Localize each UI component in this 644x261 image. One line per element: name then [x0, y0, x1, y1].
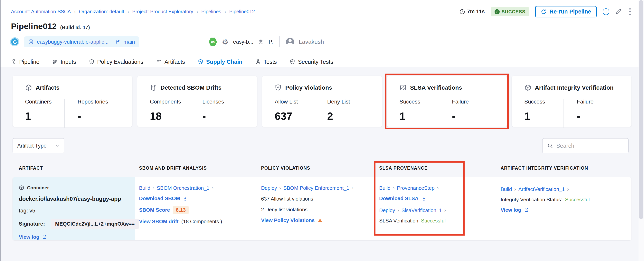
signature-label: Signature: [19, 221, 45, 227]
chevron-right-icon: › [444, 207, 446, 214]
container-cube-icon [19, 185, 24, 191]
card-slsa-verifications: SLSA Verifications Success 1 Failure - [387, 76, 507, 127]
edit-pencil-icon[interactable] [615, 8, 622, 15]
card-sbom-drifts: Detected SBOM Drifts Components 18 Licen… [137, 76, 257, 127]
card-title: Detected SBOM Drifts [160, 84, 222, 91]
breadcrumb-pipelines[interactable]: Pipelines [201, 9, 221, 14]
stat-value: 18 [150, 110, 189, 122]
stage-link[interactable]: Build [139, 185, 150, 191]
deny-list-violations: 2 Deny list violations [261, 207, 353, 213]
artifact-type-tag: Container [27, 185, 49, 191]
repository-link[interactable]: easybuggy-vulnerable-applic... [37, 39, 108, 45]
breadcrumb-project[interactable]: Project: Product Exploratory [132, 9, 193, 14]
artifact-type-dropdown[interactable]: Artifact Type [12, 138, 64, 153]
chevron-right-icon: › [74, 8, 76, 15]
stat-label: Failure [577, 99, 594, 105]
branch-link[interactable]: main [124, 39, 135, 45]
stage-link[interactable]: Build [501, 186, 512, 192]
stage-link[interactable]: Deploy [261, 185, 277, 191]
status-badge: ✓ SUCCESS [491, 7, 530, 16]
trigger-pipeline-name[interactable]: easy-b... [233, 39, 254, 45]
stat-label: Deny List [327, 99, 350, 105]
execution-actions: 7m 11s ✓ SUCCESS Re-run Pipeline i [459, 6, 632, 17]
card-artifacts: Artifacts Containers 1 Repositories - [12, 76, 132, 127]
search-box [542, 138, 629, 153]
pill-divider [112, 38, 112, 45]
title-row: Pipeline012 (Build Id: 17) [0, 22, 644, 31]
external-link-icon [524, 208, 529, 213]
chevron-right-icon: › [398, 207, 399, 214]
chevron-right-icon: › [514, 186, 516, 192]
search-input[interactable] [556, 143, 630, 149]
download-icon [183, 196, 188, 201]
stat-value: 1 [25, 110, 64, 122]
policy-cell: Deploy › SBOM Policy Enforcement_1 › 637… [261, 185, 353, 224]
refresh-icon [541, 9, 547, 15]
stat-divider [439, 99, 439, 128]
stat-label: Containers [25, 99, 64, 105]
stat-label: Failure [452, 99, 469, 105]
signature-value[interactable]: MEQCICde2VjI...L+2+mqnOXw== [51, 219, 139, 229]
view-policy-violations-link[interactable]: View Policy Violations [261, 217, 315, 224]
user-avatar-icon [286, 38, 294, 46]
view-sbom-drift-link[interactable]: View SBOM drift [139, 219, 179, 225]
breadcrumb-account[interactable]: Account: Automation-SSCA [11, 9, 71, 14]
chevron-right-icon: › [127, 8, 129, 15]
step-link[interactable]: ProvenanceStep [397, 185, 434, 191]
shield-search-icon [290, 59, 295, 65]
card-title: SLSA Verifications [410, 84, 462, 91]
page-title: Pipeline012 [11, 22, 56, 31]
more-options-icon[interactable] [628, 7, 632, 16]
step-link[interactable]: SBOM Policy Enforcement_1 [284, 185, 350, 191]
step-link[interactable]: SBOM Orchestration_1 [157, 185, 210, 191]
column-header-sbom: SBOM AND DRIFT ANALYSIS [139, 166, 207, 171]
scrollbar-thumb[interactable] [639, 0, 643, 219]
card-artifact-integrity: Artifact Integrity Verification Success … [512, 76, 632, 127]
breadcrumb-current[interactable]: Pipeline012 [229, 9, 255, 14]
chevron-down-icon [55, 143, 60, 148]
ci-module-icon [10, 37, 19, 46]
page-scrollbar[interactable] [638, 0, 644, 261]
stage-link[interactable]: Deploy [379, 207, 395, 214]
download-sbom-link[interactable]: Download SBOM [139, 196, 180, 202]
column-header-integrity: ARTIFACT INTEGRITY VERIFICATION [501, 166, 588, 171]
artifact-cell: Container docker.io/lavakush07/easy-bugg… [19, 185, 139, 240]
rerun-pipeline-button[interactable]: Re-run Pipeline [535, 6, 597, 17]
harness-ci-hexagon-icon: ∞ [208, 37, 217, 46]
execution-meta: easybuggy-vulnerable-applic... main ∞ ⚙ … [0, 36, 644, 47]
step-link[interactable]: SlsaVerification_1 [402, 207, 442, 214]
git-branch-icon [115, 39, 120, 44]
stat-value: 1 [400, 110, 439, 122]
trigger-user-short[interactable]: P. [268, 39, 273, 45]
artifact-image-name: docker.io/lavakush07/easy-buggy-app [19, 196, 139, 202]
stat-label: Repositories [78, 99, 108, 105]
chevron-right-icon: › [567, 186, 569, 192]
stage-link[interactable]: Build [379, 185, 390, 191]
column-header-artifact: ARTIFACT [19, 166, 43, 171]
stat-value: - [78, 110, 108, 122]
step-link[interactable]: ArtifactVerification_1 [518, 186, 565, 192]
stat-value: 637 [274, 110, 314, 122]
breadcrumb-organization[interactable]: Organization: default [79, 9, 124, 14]
sbom-score-link[interactable]: SBOM Score [139, 207, 170, 213]
view-log-link[interactable]: View log [19, 234, 39, 240]
download-slsa-link[interactable]: Download SLSA [379, 196, 418, 202]
stat-divider [564, 99, 564, 128]
card-title: Policy Violations [285, 84, 332, 91]
view-log-link[interactable]: View log [501, 207, 521, 213]
collapsed-sidenav-edge [0, 0, 0, 261]
info-icon[interactable]: i [603, 8, 609, 15]
chevron-right-icon: › [153, 185, 154, 191]
artifact-tag: tag: v5 [19, 208, 139, 214]
external-link-icon [42, 235, 47, 240]
artifact-type-label: Artifact Type [17, 143, 46, 149]
shield-check-icon [274, 84, 282, 91]
repository-icon [28, 39, 34, 45]
chevron-right-icon: › [224, 8, 226, 15]
flask-icon [256, 59, 261, 65]
stat-label: Components [150, 99, 189, 105]
filter-bar: Artifact Type [12, 138, 632, 154]
stat-label: Licenses [202, 99, 224, 105]
artifact-table: ARTIFACT SBOM AND DRIFT ANALYSIS POLICY … [12, 164, 632, 261]
column-header-policy: POLICY VIOLATIONS [261, 166, 310, 171]
